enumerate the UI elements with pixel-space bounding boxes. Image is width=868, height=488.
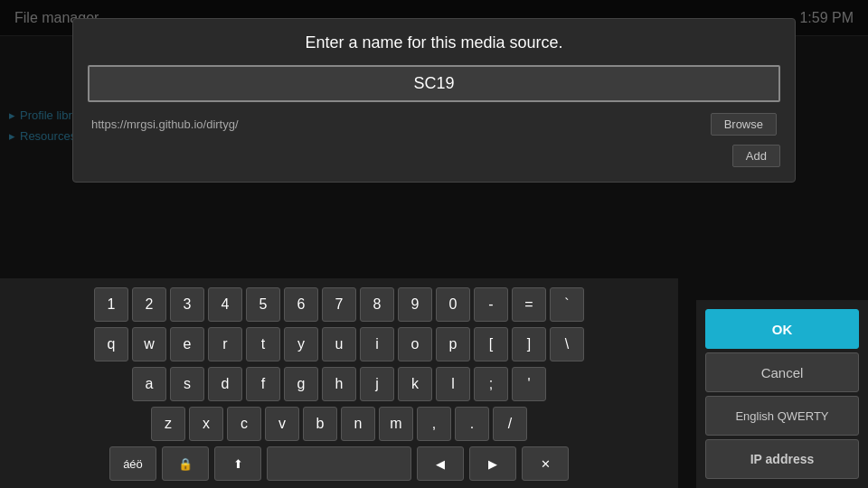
keyboard-row-zxcv: z x c v b n m , . /: [14, 407, 664, 441]
keyboard-bottom-row: áéö 🔒 ⬆ ◀ ▶ ✕: [14, 446, 664, 481]
backspace-icon: ✕: [541, 457, 551, 471]
media-source-dialog: Enter a name for this media source. http…: [72, 18, 796, 183]
key-left[interactable]: ◀: [417, 446, 464, 481]
key-space[interactable]: [267, 446, 411, 481]
cancel-button[interactable]: Cancel: [705, 352, 859, 392]
browse-button[interactable]: Browse: [711, 113, 777, 136]
key-i[interactable]: i: [360, 327, 394, 361]
left-arrow-icon: ◀: [436, 457, 445, 471]
key-quote[interactable]: ': [512, 367, 546, 401]
key-n[interactable]: n: [341, 407, 375, 441]
key-o[interactable]: o: [398, 327, 432, 361]
key-period[interactable]: .: [455, 407, 489, 441]
key-z[interactable]: z: [151, 407, 185, 441]
ok-button[interactable]: OK: [705, 309, 859, 349]
language-button[interactable]: English QWERTY: [705, 396, 859, 436]
key-x[interactable]: x: [189, 407, 223, 441]
key-5[interactable]: 5: [246, 287, 280, 322]
key-7[interactable]: 7: [322, 287, 356, 322]
key-special-chars[interactable]: áéö: [109, 446, 156, 481]
key-6[interactable]: 6: [284, 287, 318, 322]
key-1[interactable]: 1: [94, 287, 128, 322]
key-backslash[interactable]: \: [550, 327, 584, 361]
key-d[interactable]: d: [208, 367, 242, 401]
key-0[interactable]: 0: [436, 287, 470, 322]
key-g[interactable]: g: [284, 367, 318, 401]
key-9[interactable]: 9: [398, 287, 432, 322]
key-l[interactable]: l: [436, 367, 470, 401]
key-s[interactable]: s: [170, 367, 204, 401]
key-t[interactable]: t: [246, 327, 280, 361]
key-v[interactable]: v: [265, 407, 299, 441]
key-j[interactable]: j: [360, 367, 394, 401]
key-p[interactable]: p: [436, 327, 470, 361]
key-r[interactable]: r: [208, 327, 242, 361]
key-e[interactable]: e: [170, 327, 204, 361]
key-a[interactable]: a: [132, 367, 166, 401]
right-panel: OK Cancel English QWERTY IP address: [696, 300, 868, 488]
key-2[interactable]: 2: [132, 287, 166, 322]
key-shift[interactable]: ⬆: [214, 446, 261, 481]
shift-lock-icon: 🔒: [178, 457, 193, 471]
key-right[interactable]: ▶: [469, 446, 516, 481]
keyboard-row-asdf: a s d f g h j k l ; ': [14, 367, 664, 401]
key-8[interactable]: 8: [360, 287, 394, 322]
key-lbracket[interactable]: [: [474, 327, 508, 361]
key-semicolon[interactable]: ;: [474, 367, 508, 401]
key-3[interactable]: 3: [170, 287, 204, 322]
key-w[interactable]: w: [132, 327, 166, 361]
source-url: https://mrgsi.github.io/dirtyg/: [91, 117, 239, 131]
add-button[interactable]: Add: [732, 145, 780, 167]
dialog-input-container: [88, 65, 780, 102]
key-equals[interactable]: =: [512, 287, 546, 322]
key-k[interactable]: k: [398, 367, 432, 401]
key-shift-lock[interactable]: 🔒: [162, 446, 209, 481]
key-c[interactable]: c: [227, 407, 261, 441]
keyboard: 1 2 3 4 5 6 7 8 9 0 - = ` q w e r t y u …: [0, 278, 678, 488]
keyboard-row-qwerty: q w e r t y u i o p [ ] \: [14, 327, 664, 361]
key-backtick[interactable]: `: [550, 287, 584, 322]
key-comma[interactable]: ,: [417, 407, 451, 441]
source-name-input[interactable]: [88, 65, 780, 102]
shift-icon: ⬆: [233, 457, 243, 471]
ip-address-button[interactable]: IP address: [705, 439, 859, 479]
keyboard-row-numbers: 1 2 3 4 5 6 7 8 9 0 - = `: [14, 287, 664, 322]
key-minus[interactable]: -: [474, 287, 508, 322]
dialog-source-row: https://mrgsi.github.io/dirtyg/ Browse: [88, 113, 780, 136]
key-y[interactable]: y: [284, 327, 318, 361]
key-h[interactable]: h: [322, 367, 356, 401]
key-f[interactable]: f: [246, 367, 280, 401]
key-q[interactable]: q: [94, 327, 128, 361]
key-m[interactable]: m: [379, 407, 413, 441]
key-b[interactable]: b: [303, 407, 337, 441]
key-backspace[interactable]: ✕: [522, 446, 569, 481]
key-4[interactable]: 4: [208, 287, 242, 322]
key-rbracket[interactable]: ]: [512, 327, 546, 361]
dialog-prompt: Enter a name for this media source.: [88, 33, 780, 52]
key-slash[interactable]: /: [493, 407, 527, 441]
key-u[interactable]: u: [322, 327, 356, 361]
right-arrow-icon: ▶: [488, 457, 497, 471]
